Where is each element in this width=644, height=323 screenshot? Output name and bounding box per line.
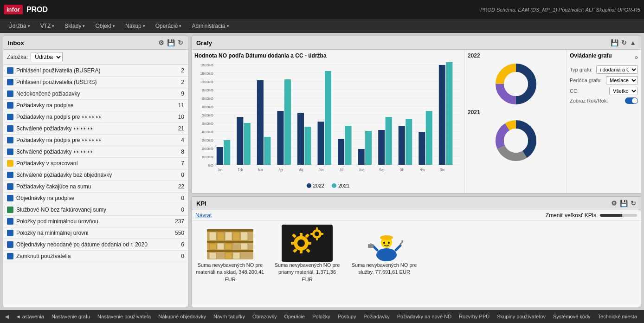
inbox-item-text: Položky na minimálnej úrovni <box>16 230 170 236</box>
save-icon[interactable]: 💾 <box>167 39 175 46</box>
inbox-item-count: 6 <box>173 241 184 248</box>
tab-select[interactable]: Údržba <box>31 52 63 62</box>
bottom-astavenia[interactable]: ◄ astavenia <box>12 314 48 319</box>
svg-rect-79 <box>241 232 248 240</box>
chevron-down-icon: ▾ <box>227 24 229 28</box>
inbox-item-count: 10 <box>173 114 184 120</box>
settings-icon[interactable]: ⚙ <box>158 39 164 46</box>
ctrl-cc-select[interactable]: Všetko <box>609 87 638 95</box>
toggle-knob <box>632 98 638 103</box>
refresh-icon[interactable]: ↻ <box>631 200 636 207</box>
bottom-obrazovky[interactable]: Obrazovky <box>249 314 281 319</box>
nav-udrzba[interactable]: Údržba ▾ <box>4 20 35 32</box>
kpi-slider[interactable] <box>600 214 637 217</box>
nav-objekt[interactable]: Objekt ▾ <box>90 20 120 32</box>
bar-chart-svg: 120,000,00 110,000,00 100,000,00 90,000,… <box>194 61 462 172</box>
save-icon[interactable]: 💾 <box>620 200 628 207</box>
svg-rect-45 <box>406 119 412 165</box>
svg-rect-75 <box>209 232 216 240</box>
kpi-card-2: Suma nevybavených NO pre priamy materiál… <box>272 225 342 283</box>
inbox-item[interactable]: Nedokončené požiadavky9 <box>3 88 188 100</box>
svg-rect-49 <box>446 62 452 165</box>
bottom-technicke-miesta[interactable]: Technické miesta <box>594 314 641 319</box>
svg-point-65 <box>504 72 528 96</box>
save-icon[interactable]: 💾 <box>611 39 618 46</box>
bottom-poziadavky[interactable]: Požiadavky <box>360 314 393 319</box>
svg-rect-40 <box>358 149 365 165</box>
bottom-polozky[interactable]: Položky <box>309 314 334 319</box>
kpi-back-link[interactable]: Návrat <box>195 212 212 219</box>
inbox-item-icon <box>7 160 13 167</box>
bottom-zakazky-1[interactable]: Zákazky <box>641 314 644 319</box>
bottom-operacie[interactable]: Operácie <box>281 314 309 319</box>
refresh-icon[interactable]: ↻ <box>178 39 183 46</box>
bottom-skupiny[interactable]: Skupiny používateľov <box>493 314 549 319</box>
svg-text:60,000,00: 60,000,00 <box>202 113 213 117</box>
svg-rect-39 <box>345 126 352 165</box>
inbox-item[interactable]: Požiadavky v spracovaní7 <box>3 158 188 169</box>
svg-line-111 <box>396 245 400 250</box>
refresh-icon[interactable]: ↻ <box>621 39 627 46</box>
inbox-item[interactable]: Požiadavky čakajúce na sumu22 <box>3 181 188 193</box>
inbox-item-text: Schválené požiadavky 👀👀👀 <box>16 149 170 155</box>
bottom-nastavenie-grafu[interactable]: Nastavenie grafu <box>48 314 94 319</box>
bottom-rozvrhy-ppu[interactable]: Rozvrhy PPÚ <box>455 314 493 319</box>
svg-rect-85 <box>225 252 232 259</box>
svg-rect-26 <box>217 147 223 165</box>
inbox-item[interactable]: Službové NO bez faktúrovanej sumy0 <box>3 204 188 216</box>
bottom-systemove-kody[interactable]: Systémové kódy <box>549 314 594 319</box>
chevron-down-icon: ▾ <box>143 24 145 28</box>
inbox-item[interactable]: Zamknutí používatelia0 <box>3 251 188 262</box>
inbox-item-icon <box>7 90 13 97</box>
inbox-item[interactable]: Objednávky nedodané po dátume dodania od… <box>3 239 188 251</box>
bottom-postupy[interactable]: Postupy <box>334 314 360 319</box>
inbox-item-text: Zamknutí používatelia <box>16 253 170 259</box>
nav-nakup[interactable]: Nákup ▾ <box>121 20 150 32</box>
svg-rect-80 <box>209 243 216 250</box>
inbox-item[interactable]: Požiadavky na podpis pre 👀👀👀4 <box>3 135 188 146</box>
collapse-icon[interactable]: ▲ <box>630 39 636 46</box>
inbox-item-icon <box>7 102 13 109</box>
inbox-item[interactable]: Položky pod minimálnou úrovňou237 <box>3 216 188 227</box>
ctrl-perioda-label: Perióda grafu: <box>570 78 602 83</box>
bottom-nastavenie-pouzivatela[interactable]: Nastavenie používateľa <box>94 314 155 319</box>
inbox-item[interactable]: Objednávky na podpise0 <box>3 193 188 204</box>
inbox-item-icon <box>7 67 13 74</box>
inbox-item[interactable]: Požiadavky na podpise11 <box>3 100 188 111</box>
expand-icon[interactable]: » <box>634 53 638 61</box>
svg-rect-107 <box>382 236 391 239</box>
inbox-item[interactable]: Požiadavky na podpis pre 👀👀👀10 <box>3 111 188 123</box>
ctrl-cc-row: CC: Všetko <box>570 87 638 95</box>
svg-text:20,000,00: 20,000,00 <box>202 147 213 150</box>
inbox-item-icon <box>7 207 13 213</box>
nav-operacie[interactable]: Operácie ▾ <box>151 20 187 32</box>
bottom-nakupne-objednavky[interactable]: Nákupné objednávky <box>155 314 210 319</box>
inbox-item[interactable]: Prihlásení používatelia (BUSERA)2 <box>3 65 188 77</box>
svg-rect-48 <box>439 65 445 165</box>
inbox-item-count: 0 <box>173 253 184 259</box>
inbox-item[interactable]: Položky na minimálnej úrovni550 <box>3 227 188 239</box>
nav-status: PROD Schéma: EAM (DS_MP_1) Používateľ: A… <box>480 7 640 13</box>
settings-icon[interactable]: ⚙ <box>611 200 617 207</box>
nav-sklady[interactable]: Sklady ▾ <box>60 20 90 32</box>
ctrl-perioda-select[interactable]: Mesiace <box>606 76 638 84</box>
kpi-image-worker <box>359 225 410 262</box>
ctrl-toggle[interactable] <box>625 97 638 104</box>
nav-vtz[interactable]: VTZ ▾ <box>36 20 59 32</box>
kpi-size-label: Zmeniť veľkosť KPIs <box>546 212 596 219</box>
bottom-poziadavky-nd[interactable]: Požiadavky na nové ND <box>393 314 455 319</box>
inbox-item[interactable]: Schválené požiadavky bez objednávky0 <box>3 169 188 181</box>
left-arrow-icon[interactable]: ◄ <box>2 313 12 320</box>
ctrl-typ-select[interactable]: i dodania a C <box>596 65 638 74</box>
kpi-desc-2: Suma nevybavených NO pre priamy materiál… <box>272 262 342 283</box>
svg-text:Jan: Jan <box>218 168 222 172</box>
navbar: Údržba ▾ VTZ ▾ Sklady ▾ Objekt ▾ Nákup ▾… <box>0 19 644 33</box>
inbox-item[interactable]: Prihlásení používatelia (USERS)2 <box>3 77 188 88</box>
bottom-navrh-tabulky[interactable]: Návrh tabuľky <box>210 314 249 319</box>
inbox-item[interactable]: Schválené požiadavky 👀👀👀8 <box>3 146 188 158</box>
svg-rect-82 <box>225 243 232 250</box>
svg-rect-30 <box>257 80 264 165</box>
chart-legend: 2022 2021 <box>194 181 462 190</box>
nav-administracia[interactable]: Administrácia ▾ <box>187 20 233 32</box>
inbox-item[interactable]: Schválené požiadavky 👀👀👀21 <box>3 123 188 135</box>
